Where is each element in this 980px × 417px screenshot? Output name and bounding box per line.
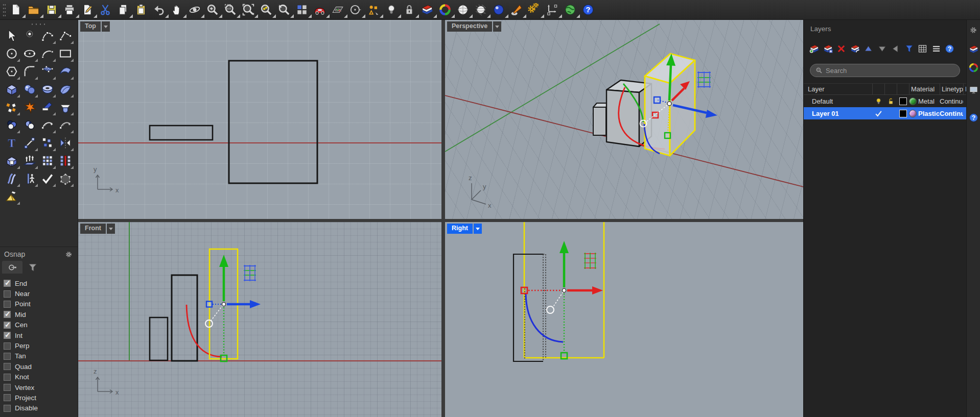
torus-tool[interactable] [39,81,56,97]
osnap-checkbox-item[interactable]: Knot [0,372,78,382]
boolean-difference-tool[interactable] [21,116,38,133]
checkbox[interactable] [4,405,11,412]
sweep-tool[interactable] [57,63,74,80]
osnap-checkbox-item[interactable]: Perp [0,340,78,351]
osnap-checkbox-item[interactable]: Vertex [0,382,78,393]
move-tool[interactable] [21,134,38,151]
explode-tool[interactable] [3,99,20,115]
extrude-solid-tool[interactable] [3,152,20,169]
lock-icon[interactable] [403,2,417,18]
layer-help-button[interactable]: ? [944,43,955,55]
pan-icon[interactable] [170,2,184,18]
osnap-gear-icon[interactable] [65,251,73,258]
earth-icon[interactable] [564,2,578,18]
select-tool[interactable] [3,27,20,44]
checkbox[interactable] [4,342,11,350]
mirror-tool[interactable] [57,134,74,151]
move-layer-left-button[interactable] [890,43,901,55]
viewport-dropdown-arrow[interactable] [102,21,110,32]
check-tool[interactable] [39,170,56,187]
checkbox[interactable] [4,384,11,391]
layer-linetype[interactable]: Continuous [940,97,963,105]
checkbox[interactable] [4,353,11,360]
text-tool[interactable]: T [3,134,20,151]
cut-icon[interactable] [99,2,113,18]
layer-menu-button[interactable] [931,43,942,55]
layer-search-input[interactable]: Search [810,64,960,77]
split-tool[interactable] [57,99,74,115]
Default[interactable]: Default Metal Continuous [804,95,966,107]
open-file-icon[interactable] [27,2,41,18]
cplane-icon[interactable] [331,2,345,18]
viewport-dropdown-arrow[interactable] [107,224,115,234]
osnap-checkbox-item[interactable]: Near [0,288,78,299]
viewport-layout-icon[interactable] [295,2,310,18]
ellipse-tool[interactable] [21,45,38,62]
undo-view-icon[interactable] [277,2,292,18]
zoom-extents-icon[interactable] [242,2,256,18]
curve-tool[interactable] [39,27,56,44]
cage-tool[interactable] [57,170,74,187]
osnap-checkbox-item[interactable]: Cen [0,320,78,330]
paste-icon[interactable] [134,2,149,18]
layer-lock-icon[interactable] [886,109,895,118]
osnap-checkbox-item[interactable]: Point [0,299,78,309]
copy-icon[interactable] [116,2,131,18]
osnap-checkbox-item[interactable]: Disable [0,403,78,413]
named-cplane-icon[interactable] [349,2,363,18]
osnap-checkbox-item[interactable]: Mid [0,309,78,320]
selection-filter-tab[interactable] [22,261,43,274]
boolean-union-tool[interactable] [3,116,20,133]
zoom-icon[interactable] [206,2,220,18]
checkbox[interactable] [4,301,11,308]
color-wheel-icon[interactable] [438,2,453,18]
circle-tool[interactable] [3,45,20,62]
car-icon[interactable] [313,2,328,18]
box-tool[interactable] [3,81,20,97]
layers-panel-tab[interactable] [968,44,979,55]
layer-linetype[interactable]: Continuous [940,110,963,117]
array-linear-tool[interactable] [57,152,74,169]
color-panel-tab[interactable] [968,62,979,73]
layer-name[interactable]: Default [804,97,872,105]
checkbox[interactable] [4,363,11,370]
trim-tool[interactable] [39,99,56,115]
viewport-front[interactable]: z x Front [78,222,441,417]
polyline-tool[interactable] [57,27,74,44]
selection-filter-icon[interactable] [367,2,381,18]
checkbox[interactable] [4,311,11,318]
save-icon[interactable] [45,2,59,18]
layer-lock-icon[interactable] [886,97,895,106]
duplicate-layer-button[interactable] [850,43,861,55]
orient-tool[interactable] [21,170,38,187]
print-icon[interactable] [63,2,77,18]
viewport-dropdown-arrow[interactable] [493,21,501,32]
viewport-dropdown-arrow[interactable] [474,224,482,234]
shaded-display-icon[interactable] [456,2,471,18]
layer-color-swatch[interactable] [899,110,907,117]
osnap-checkbox-item[interactable]: Project [0,393,78,403]
arc-tool[interactable] [39,45,56,62]
point-tool[interactable] [21,27,38,44]
osnap-checkbox-item[interactable]: Quad [0,361,78,372]
lamp-icon[interactable] [385,2,399,18]
extrude-surface-tool[interactable] [21,152,38,169]
Layer 01[interactable]: Layer 01 Plastic Continuous [804,107,966,119]
toolbar-grip[interactable] [3,3,6,16]
checkbox[interactable] [4,332,11,339]
sidebar-grip[interactable] [30,23,48,26]
viewport-top[interactable]: y x Top [78,20,441,219]
osnap-checkbox-item[interactable]: Tan [0,351,78,361]
render-paint-tool[interactable] [3,188,20,205]
offset-tool[interactable] [57,116,74,133]
array-tool[interactable] [39,152,56,169]
display-panel-tab[interactable] [968,85,979,95]
layer-name[interactable]: Layer 01 [804,110,872,117]
dimension-icon[interactable] [546,2,560,18]
move-layer-down-button[interactable] [877,43,888,55]
checkbox[interactable] [4,374,11,381]
new-file-icon[interactable] [9,2,24,18]
checkbox[interactable] [4,322,11,329]
move-layer-up-button[interactable] [863,43,874,55]
osnap-tab[interactable] [2,261,22,274]
